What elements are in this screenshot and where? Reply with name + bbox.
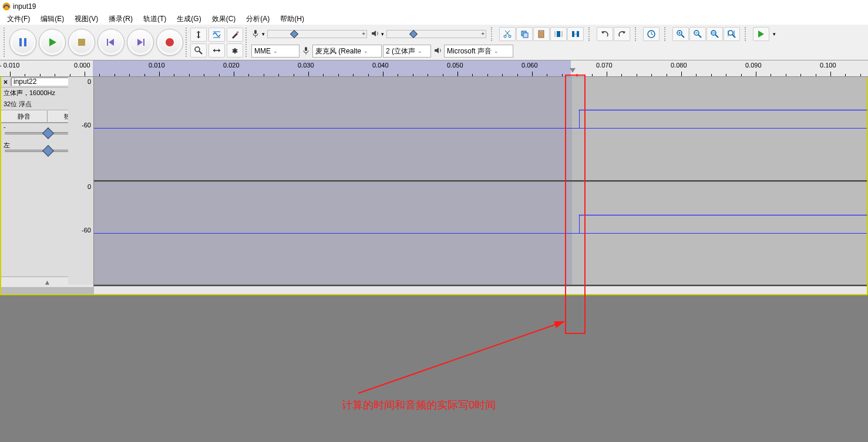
trim-button[interactable]: [550, 27, 567, 41]
timeline-ruler[interactable]: - 0.0100.0000.0100.0200.0300.0400.0500.0…: [0, 60, 868, 77]
channel-right[interactable]: 0 -60: [94, 181, 867, 286]
ruler-label: 0.000: [74, 62, 90, 69]
svg-marker-40: [623, 31, 625, 34]
copy-button[interactable]: [516, 27, 533, 41]
cut-button[interactable]: [499, 27, 516, 41]
skip-start-button[interactable]: [97, 29, 125, 56]
db-scale: 0 -60: [68, 182, 94, 285]
fit-project-button[interactable]: [724, 27, 740, 41]
skip-end-button[interactable]: [127, 29, 154, 56]
audio-host-combo[interactable]: MME⌄: [251, 45, 300, 58]
redo-button[interactable]: [614, 27, 630, 41]
svg-marker-20: [218, 49, 220, 52]
svg-rect-2: [24, 38, 26, 46]
svg-rect-22: [254, 30, 257, 34]
pan-left-label: 左: [4, 141, 10, 150]
toolbar-grip[interactable]: [4, 28, 7, 57]
svg-point-16: [195, 47, 200, 52]
window-title: input19: [13, 2, 36, 11]
svg-rect-4: [78, 39, 85, 46]
silence-button[interactable]: [567, 27, 584, 41]
toolbar-grip[interactable]: [635, 27, 638, 41]
recording-meter[interactable]: ▾ +: [251, 29, 367, 39]
toolbar-area: ✱ ▾ + ▾ +: [0, 25, 868, 60]
recording-device-combo[interactable]: 麦克风 (Realte⌄: [312, 45, 382, 58]
zoom-in-button[interactable]: [672, 27, 689, 41]
menu-edit[interactable]: 编辑(E): [36, 14, 69, 25]
waveform-step: [579, 215, 580, 233]
undo-button[interactable]: [597, 27, 613, 41]
menu-play-record[interactable]: 播录(R): [104, 14, 137, 25]
transport-toolbar: [8, 28, 184, 57]
zoom-out-button[interactable]: [689, 27, 706, 41]
menu-help[interactable]: 帮助(H): [275, 14, 309, 25]
menubar: 文件(F) 编辑(E) 视图(V) 播录(R) 轨道(T) 生成(G) 效果(C…: [0, 13, 868, 25]
waveform-area[interactable]: 0 -60 0 -60: [94, 77, 867, 287]
draw-tool-button[interactable]: [227, 28, 243, 42]
db-label: 0: [88, 78, 91, 85]
ruler-label: 0.070: [596, 62, 613, 69]
horizontal-scrollbar[interactable]: [94, 286, 867, 294]
stop-button[interactable]: [68, 29, 95, 56]
toolbar-grip[interactable]: [186, 28, 189, 57]
menu-file[interactable]: 文件(F): [2, 14, 35, 25]
combo-value: Microsoft 声音: [447, 46, 492, 56]
selection-tool-button[interactable]: [190, 28, 207, 42]
playback-device-combo[interactable]: Microsoft 声音⌄: [444, 45, 513, 58]
toolbar-grip[interactable]: [588, 27, 592, 41]
multi-tool-button[interactable]: ✱: [227, 43, 243, 58]
paste-button[interactable]: [533, 27, 550, 41]
toolbar-grip[interactable]: [745, 27, 748, 41]
timeshift-tool-button[interactable]: [208, 43, 225, 58]
pause-button[interactable]: [9, 29, 36, 56]
track-area: × input22 ▼ 立体声，16000Hz 32位 浮点 静音 独奏 - +…: [0, 77, 868, 295]
undo-toolbar: [597, 27, 630, 41]
mic-icon: [251, 29, 260, 39]
ruler-label: 0.010: [149, 62, 165, 69]
envelope-tool-button[interactable]: [208, 28, 225, 42]
combo-value: 2 (立体声: [386, 46, 415, 56]
svg-marker-7: [137, 39, 143, 46]
tools-toolbar: ✱: [190, 27, 244, 58]
menu-generate[interactable]: 生成(G): [172, 14, 206, 25]
track-close-button[interactable]: ×: [1, 78, 11, 86]
playhead-icon[interactable]: [570, 68, 576, 73]
app-logo-icon: [2, 2, 11, 11]
channel-left[interactable]: 0 -60: [94, 77, 867, 181]
record-button[interactable]: [156, 29, 183, 56]
svg-line-50: [698, 35, 701, 38]
svg-line-17: [199, 51, 202, 54]
zoom-tool-button[interactable]: [190, 43, 207, 58]
svg-point-9: [166, 38, 174, 46]
sync-lock-button[interactable]: [643, 27, 660, 41]
svg-line-28: [505, 31, 509, 35]
play-at-speed-button[interactable]: [753, 27, 769, 41]
toolbar-grip[interactable]: [491, 27, 494, 41]
toolbar-grip[interactable]: [245, 28, 249, 57]
svg-marker-6: [109, 39, 114, 46]
menu-effect[interactable]: 效果(C): [207, 14, 241, 25]
ruler-label: 0.030: [298, 62, 314, 69]
mute-button[interactable]: 静音: [1, 110, 48, 123]
svg-rect-36: [572, 31, 574, 37]
speaker-icon: [371, 29, 379, 39]
dropdown-arrow-icon[interactable]: ▾: [773, 31, 776, 37]
play-button[interactable]: [39, 29, 66, 56]
svg-line-27: [506, 31, 510, 35]
svg-line-52: [715, 35, 718, 38]
db-scale: 0 -60: [68, 77, 94, 180]
svg-marker-19: [213, 49, 215, 52]
recording-channels-combo[interactable]: 2 (立体声⌄: [383, 45, 431, 58]
svg-rect-8: [143, 39, 144, 46]
db-label: -60: [82, 122, 91, 129]
svg-rect-5: [107, 39, 108, 46]
waveform-step: [579, 110, 580, 128]
toolbar-grip[interactable]: [664, 27, 668, 41]
fit-selection-button[interactable]: [706, 27, 723, 41]
menu-view[interactable]: 视图(V): [70, 14, 103, 25]
playback-meter[interactable]: ▾ +: [371, 29, 486, 39]
menu-track[interactable]: 轨道(T): [139, 14, 171, 25]
menu-analyze[interactable]: 分析(A): [241, 14, 274, 25]
device-toolbar: MME⌄ 麦克风 (Realte⌄ 2 (立体声⌄ Microsoft 声音⌄: [251, 45, 776, 58]
svg-marker-39: [601, 31, 604, 34]
